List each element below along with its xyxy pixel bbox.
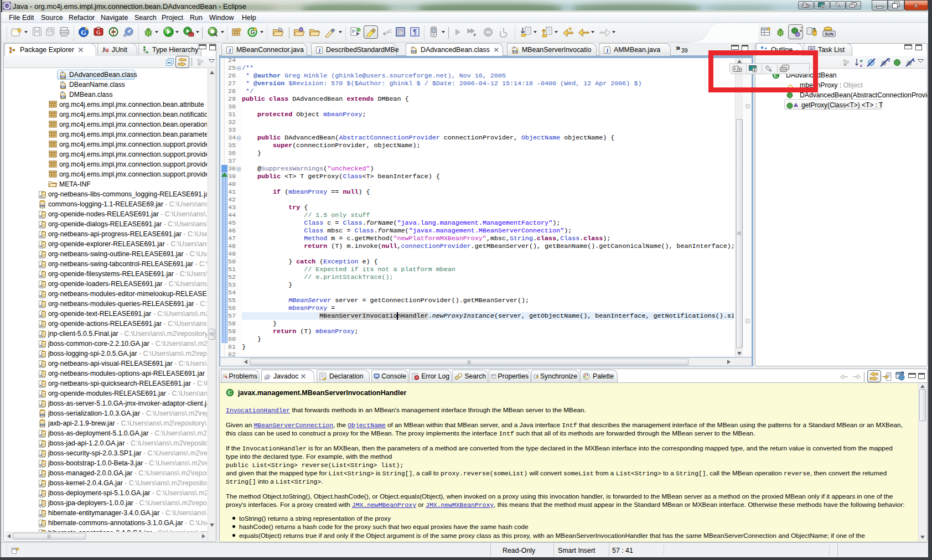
svg-text:¶: ¶ — [413, 28, 417, 36]
svg-text:J: J — [606, 47, 609, 53]
svg-text:010: 010 — [411, 50, 416, 54]
svg-text:P: P — [352, 29, 355, 34]
svg-text:010: 010 — [512, 50, 517, 54]
svg-text:J: J — [229, 47, 231, 53]
svg-text:@: @ — [264, 373, 270, 381]
svg-text:J: J — [61, 80, 64, 85]
svg-text:J: J — [61, 70, 64, 75]
svg-text:G: G — [96, 29, 101, 35]
svg-text:J: J — [318, 47, 321, 53]
svg-text:010: 010 — [60, 85, 66, 89]
svg-text:J: J — [513, 46, 515, 49]
svg-text:010: 010 — [40, 414, 45, 417]
svg-text:z: z — [860, 63, 862, 68]
svg-text:G: G — [357, 28, 360, 32]
svg-text:x: x — [914, 2, 918, 9]
svg-text:010: 010 — [40, 424, 45, 427]
svg-text:C: C — [228, 390, 232, 396]
svg-text:J: J — [800, 26, 802, 33]
svg-text:J: J — [412, 46, 413, 49]
svg-text:010: 010 — [60, 75, 66, 79]
svg-text:SUN: SUN — [825, 32, 833, 37]
svg-text:J: J — [61, 90, 64, 95]
svg-text:010: 010 — [60, 95, 66, 99]
svg-text:010: 010 — [40, 205, 45, 208]
